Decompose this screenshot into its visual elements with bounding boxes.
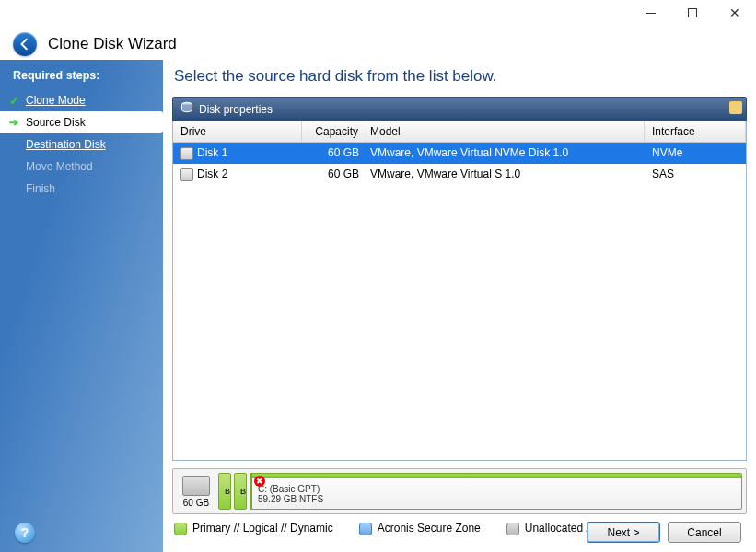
partition-small-2[interactable]: B… [234,473,247,510]
check-icon [7,94,20,107]
partition-map: 60 GB B… B… ✖ C: (Basic GPT) 59.29 GB NT… [172,468,747,514]
close-button[interactable]: ✕ [714,0,756,26]
cell-drive: Disk 2 [197,167,227,180]
sidebar-item-destination-disk[interactable]: Destination Disk [0,133,163,155]
disk-size: 60 GB [183,498,209,508]
back-arrow-icon [18,38,31,51]
sidebar-item-clone-mode[interactable]: Clone Mode [0,89,163,111]
partition-sublabel: 59.29 GB NTFS [258,494,736,504]
instruction-text: Select the source hard disk from the lis… [174,67,747,86]
partition-label: C: (Basic GPT) [258,484,736,494]
wizard-header: Clone Disk Wizard [0,28,756,60]
disk-label: 60 GB [177,473,215,510]
sidebar-item-finish: Finish [0,178,163,200]
sidebar-item-label: Move Method [26,160,93,173]
table-body: Disk 1 60 GB VMware, VMware Virtual NVMe… [173,143,746,460]
minimize-button[interactable] [629,0,671,26]
cancel-button[interactable]: Cancel [668,522,741,543]
sidebar-item-label: Clone Mode [26,94,86,107]
sidebar-item-source-disk[interactable]: Source Disk [0,111,163,133]
cell-model: VMware, VMware Virtual S 1.0 [366,166,645,182]
cell-drive: Disk 1 [197,146,227,159]
disk-icon [180,147,193,160]
sidebar-heading: Required steps: [0,63,163,89]
cell-capacity: 60 GB [302,166,366,182]
panel-hide-button[interactable] [729,101,742,114]
panel-title: Disk properties [199,103,273,116]
maximize-button[interactable] [671,0,714,26]
title-bar: ✕ [0,0,756,28]
main-content: Select the source hard disk from the lis… [163,60,756,552]
arrow-icon [7,116,20,129]
spacer-icon [7,138,20,151]
next-button[interactable]: Next > [587,522,660,543]
col-capacity-header[interactable]: Capacity [302,121,366,142]
table-header: Drive Capacity Model Interface [173,121,746,143]
disk-stack-icon [180,101,193,117]
partition-main[interactable]: ✖ C: (Basic GPT) 59.29 GB NTFS [250,473,742,510]
wizard-title: Clone Disk Wizard [48,35,177,53]
wizard-footer: ? Next > Cancel [0,512,756,552]
sidebar-item-label: Source Disk [26,116,86,129]
cell-model: VMware, VMware Virtual NVMe Disk 1.0 [366,144,645,161]
table-row[interactable]: Disk 2 60 GB VMware, VMware Virtual S 1.… [173,164,746,185]
table-row[interactable]: Disk 1 60 GB VMware, VMware Virtual NVMe… [173,143,746,164]
sidebar-item-label: Finish [26,182,55,195]
wizard-sidebar: Required steps: Clone Mode Source Disk D… [0,60,163,552]
cell-interface: SAS [645,166,746,182]
disk-properties-header: Disk properties [172,97,747,121]
help-button[interactable]: ? [15,523,35,543]
col-drive-header[interactable]: Drive [173,121,302,142]
col-model-header[interactable]: Model [366,121,645,142]
cell-interface: NVMe [645,144,746,161]
back-button[interactable] [13,32,37,56]
cell-capacity: 60 GB [302,144,366,161]
partition-small-1[interactable]: B… [218,473,231,510]
col-interface-header[interactable]: Interface [645,121,746,142]
sidebar-item-move-method: Move Method [0,155,163,178]
disk-icon [182,476,210,496]
sidebar-item-label: Destination Disk [26,138,106,151]
disk-table: Drive Capacity Model Interface Disk 1 60… [172,121,747,461]
disk-icon [180,168,193,181]
